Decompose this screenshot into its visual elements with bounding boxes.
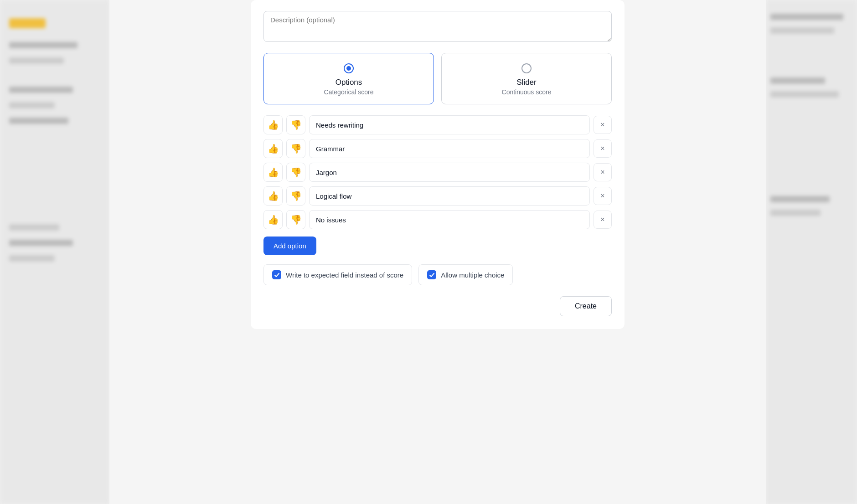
thumbs-up-button[interactable]: 👍 [263, 115, 283, 134]
create-question-modal: Options Categorical score Slider Continu… [251, 0, 625, 329]
footer-row: Create [263, 296, 612, 316]
score-type-slider-card[interactable]: Slider Continuous score [441, 53, 612, 104]
option-row: 👍👎× [263, 186, 612, 206]
allow-multiple-checkbox-label[interactable]: Allow multiple choice [418, 264, 513, 285]
allow-multiple-label: Allow multiple choice [441, 271, 504, 279]
option-row: 👍👎× [263, 139, 612, 158]
write-expected-checkbox-label[interactable]: Write to expected field instead of score [263, 264, 412, 285]
option-row: 👍👎× [263, 163, 612, 182]
allow-multiple-checkbox[interactable] [427, 270, 436, 279]
thumbs-down-button[interactable]: 👎 [286, 163, 305, 182]
blurred-left-sidebar [0, 0, 109, 504]
option-input[interactable] [309, 210, 590, 229]
thumbs-down-button[interactable]: 👎 [286, 115, 305, 134]
description-textarea[interactable] [263, 11, 612, 42]
options-radio [344, 63, 354, 73]
remove-option-button[interactable]: × [594, 116, 612, 134]
score-type-row: Options Categorical score Slider Continu… [263, 53, 612, 104]
options-sublabel: Categorical score [324, 88, 374, 96]
thumbs-down-button[interactable]: 👎 [286, 210, 305, 229]
write-expected-checkbox[interactable] [272, 270, 281, 279]
option-input[interactable] [309, 139, 590, 158]
checkboxes-row: Write to expected field instead of score… [263, 264, 612, 285]
remove-option-button[interactable]: × [594, 187, 612, 205]
option-row: 👍👎× [263, 115, 612, 134]
option-input[interactable] [309, 115, 590, 134]
blurred-right-panel [766, 0, 857, 504]
main-content: Options Categorical score Slider Continu… [109, 0, 766, 504]
thumbs-up-button[interactable]: 👍 [263, 186, 283, 206]
slider-radio [521, 63, 532, 73]
slider-sublabel: Continuous score [502, 88, 552, 96]
thumbs-up-button[interactable]: 👍 [263, 139, 283, 158]
option-row: 👍👎× [263, 210, 612, 229]
create-button[interactable]: Create [560, 296, 612, 316]
add-option-button[interactable]: Add option [263, 237, 316, 255]
thumbs-up-button[interactable]: 👍 [263, 210, 283, 229]
option-input[interactable] [309, 163, 590, 182]
thumbs-down-button[interactable]: 👎 [286, 186, 305, 206]
thumbs-down-button[interactable]: 👎 [286, 139, 305, 158]
remove-option-button[interactable]: × [594, 211, 612, 229]
slider-label: Slider [516, 78, 536, 87]
thumbs-up-button[interactable]: 👍 [263, 163, 283, 182]
options-list: 👍👎×👍👎×👍👎×👍👎×👍👎× [263, 115, 612, 229]
write-expected-label: Write to expected field instead of score [286, 271, 403, 279]
remove-option-button[interactable]: × [594, 139, 612, 158]
options-label: Options [336, 78, 362, 87]
remove-option-button[interactable]: × [594, 163, 612, 181]
option-input[interactable] [309, 186, 590, 206]
score-type-options-card[interactable]: Options Categorical score [263, 53, 434, 104]
